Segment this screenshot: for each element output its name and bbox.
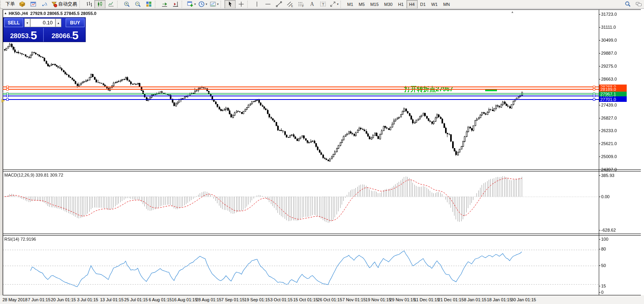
chart-shift-button[interactable]: [170, 0, 181, 9]
tf-h4[interactable]: H4: [407, 0, 418, 9]
search-icon: [624, 1, 631, 7]
macd-pane-canvas[interactable]: [3, 171, 599, 233]
new-chart-button[interactable]: ▾: [186, 0, 197, 9]
mt4-chart-window: 下单自动交易▾▾▾EFAT▾M1M5M15M30H1H4D1W1MN ▲ HK5…: [0, 0, 644, 304]
crosshair-icon: [238, 1, 245, 7]
toolbar: 下单自动交易▾▾▾EFAT▾M1M5M15M30H1H4D1W1MN: [0, 0, 644, 9]
periods-button[interactable]: ▾: [197, 0, 208, 9]
tf-w1[interactable]: W1: [429, 0, 441, 9]
dropdown-arrow-icon[interactable]: ▾: [217, 2, 219, 6]
horizontal-line-button[interactable]: [262, 0, 273, 9]
time-axis-label: 13 Jul 01:15: [100, 297, 123, 302]
crosshair-button[interactable]: [236, 0, 247, 9]
horizontal-level-line[interactable]: [3, 96, 599, 96]
auto-scroll-button[interactable]: [159, 0, 170, 9]
zoom-in-button[interactable]: [121, 0, 132, 9]
price-axis-tick: [599, 157, 600, 157]
level-price-badge[interactable]: 28189.0: [599, 87, 627, 92]
dropdown-arrow-icon[interactable]: ▾: [337, 2, 339, 6]
sell-button[interactable]: SELL: [4, 18, 23, 27]
volume-input[interactable]: 0.10: [30, 18, 55, 27]
horizontal-level-line[interactable]: [3, 99, 599, 100]
horizontal-level-line[interactable]: [3, 89, 599, 90]
window-left-edge: [0, 9, 3, 304]
arrows-button[interactable]: ▾: [328, 0, 340, 9]
rsi-pane-canvas[interactable]: [3, 236, 599, 295]
zoom-out-button[interactable]: [132, 0, 143, 9]
tf-m1[interactable]: M1: [344, 0, 356, 9]
search-button[interactable]: [622, 0, 633, 9]
market-watch-icon[interactable]: [17, 0, 28, 9]
level-handle[interactable]: [6, 95, 9, 97]
pane-separator-2a[interactable]: [3, 234, 641, 234]
template-icon: [210, 1, 216, 7]
candlestick-button[interactable]: [94, 0, 105, 9]
horizontal-level-line[interactable]: [3, 92, 599, 93]
vertical-line-button[interactable]: [251, 0, 262, 9]
candlestick-chart-canvas[interactable]: [3, 10, 599, 170]
tf-h1[interactable]: H1: [395, 0, 406, 9]
svg-text:T: T: [322, 2, 324, 6]
time-axis-label: 25 Jul 01:15: [124, 297, 148, 302]
price-axis-tick: [599, 66, 600, 66]
trendline-button[interactable]: [273, 0, 284, 9]
toolbar-separator: [155, 1, 158, 8]
bar-chart-button[interactable]: [83, 0, 94, 9]
tf-m30[interactable]: M30: [381, 0, 395, 9]
chat-icon: [635, 1, 642, 7]
tf-m15[interactable]: M15: [368, 0, 381, 9]
buy-price[interactable]: 28066.5: [45, 28, 85, 42]
fibonacci-button[interactable]: F: [295, 0, 306, 9]
cursor-button[interactable]: [224, 0, 236, 9]
line-chart-button[interactable]: [105, 0, 116, 9]
horizontal-level-line[interactable]: [3, 94, 599, 94]
level-price-badge[interactable]: 27967.1: [599, 92, 627, 96]
chart-window-icon[interactable]: [28, 0, 39, 9]
buy-button[interactable]: BUY: [66, 18, 85, 27]
dropdown-arrow-icon[interactable]: ▾: [194, 2, 196, 6]
label-button[interactable]: T: [317, 0, 328, 9]
horizontal-level-line[interactable]: [3, 87, 599, 87]
price-axis-tick: [599, 170, 600, 170]
pane-separator-2b[interactable]: [3, 235, 641, 236]
pane-separator-1a[interactable]: [3, 170, 641, 170]
sell-price-int: 28053.: [10, 31, 31, 41]
chat-button[interactable]: [633, 0, 644, 9]
green-trend-segment[interactable]: [485, 89, 497, 91]
new-order-button[interactable]: 下单: [4, 0, 17, 9]
tf-m5[interactable]: M5: [356, 0, 367, 9]
sell-price[interactable]: 28053.5: [4, 28, 44, 42]
level-handle[interactable]: [6, 98, 9, 101]
time-axis-label: 8 Jan 01:15: [464, 297, 487, 302]
arrows-icon: [329, 1, 336, 7]
volume-decrease-button[interactable]: ▼: [24, 18, 30, 27]
rsi-label: RSI(14) 72.9196: [4, 237, 36, 241]
time-axis-label: 19 Nov 01:15: [365, 297, 391, 302]
pane-separator-1b[interactable]: [3, 171, 641, 171]
vline-icon: [254, 1, 260, 7]
price-axis-tick: [599, 27, 600, 28]
toolbar-grip[interactable]: [0, 1, 3, 8]
level-handle[interactable]: [593, 88, 595, 90]
level-price-badge[interactable]: 27701.0: [599, 97, 627, 102]
channel-button[interactable]: E: [284, 0, 295, 9]
volume-increase-button[interactable]: ▲: [55, 18, 61, 27]
level-handle[interactable]: [593, 98, 595, 101]
autotrading-button[interactable]: 自动交易: [50, 0, 79, 9]
dropdown-arrow-icon[interactable]: ▾: [206, 2, 207, 6]
text-button[interactable]: A: [306, 0, 317, 9]
level-handle[interactable]: [6, 88, 9, 90]
signals-icon[interactable]: [39, 0, 50, 9]
templates-button[interactable]: ▾: [208, 0, 220, 9]
price-axis-label: 26827.0: [601, 116, 617, 120]
price-axis-label: 31723.0: [601, 12, 617, 17]
tf-mn[interactable]: MN: [440, 0, 453, 9]
time-axis-label: 11 Dec 01:15: [414, 297, 440, 302]
price-axis-tick: [599, 131, 600, 131]
level-handle[interactable]: [593, 95, 595, 97]
chart-shift-marker-icon[interactable]: ▴: [512, 10, 513, 14]
rsi-axis-tick: [599, 249, 600, 249]
tf-d1[interactable]: D1: [418, 0, 429, 9]
chart-title-marker-icon: ▲: [4, 11, 7, 15]
tile-windows-button[interactable]: [143, 0, 154, 9]
